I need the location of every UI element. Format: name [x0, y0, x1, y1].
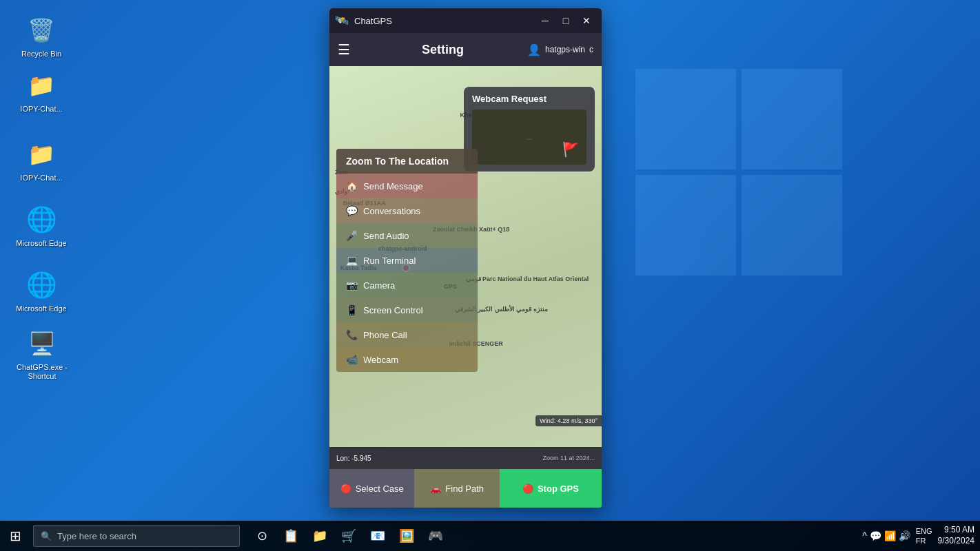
stop-gps-label: Stop GPS: [538, 484, 579, 494]
menu-item-run-terminal[interactable]: 💻 Run Terminal: [336, 248, 478, 273]
find-path-icon: 🚗: [430, 484, 441, 494]
menu-item-screen-control[interactable]: 📱 Screen Control: [336, 298, 478, 322]
desktop-icon-iopy2[interactable]: 📁 IOPY-Chat...: [14, 138, 69, 183]
search-icon: 🔍: [41, 531, 52, 541]
user-info: 👤 hatgps-win c: [527, 43, 593, 56]
webcam-popup: Webcam Request ... 🚩: [464, 87, 595, 171]
user-avatar-icon: 👤: [527, 43, 541, 56]
desktop: 🗑️ Recycle Bin 📁 IOPY-Chat... 📁 IOPY-Cha…: [0, 0, 980, 551]
zoom-label: Zoom 11 at 2024...: [542, 455, 595, 461]
taskbar-icon-store[interactable]: 🛒: [335, 521, 363, 551]
app-title: ChatGPS: [354, 16, 535, 26]
tray-chat-icon[interactable]: 💬: [870, 530, 881, 541]
edge1-label: Microsoft Edge: [14, 239, 69, 248]
taskbar: ⊞ 🔍 Type here to search ⊙ 📋 📁 🛒 📧 🖼️ 🎮 ^…: [0, 521, 980, 551]
maximize-button[interactable]: □: [556, 11, 575, 30]
menu-item-conversations[interactable]: 💬 Conversations: [336, 198, 478, 223]
chatgps-label: ChatGPS.exe - Shortcut: [11, 363, 73, 381]
desktop-icon-recycle-bin[interactable]: 🗑️ Recycle Bin: [14, 14, 69, 59]
map-area[interactable]: Khenifra X18HQo- حنيفرة Zem وادي Bejaad …: [329, 66, 602, 447]
app-icon: 🛰️: [335, 14, 349, 28]
header-title: Setting: [358, 43, 527, 57]
taskbar-icon-mail[interactable]: 📧: [364, 521, 391, 551]
run-terminal-icon: 💻: [346, 255, 358, 266]
minimize-button[interactable]: ─: [535, 11, 555, 30]
send-message-icon: 🏠: [346, 180, 358, 191]
language-indicator: ENG FR: [916, 526, 932, 546]
menu-item-camera[interactable]: 📷 Camera: [336, 273, 478, 298]
select-case-label: Select Case: [356, 484, 404, 494]
start-button[interactable]: ⊞: [0, 521, 30, 551]
windows-logo-decoration: [635, 69, 842, 276]
send-audio-label: Send Audio: [363, 231, 409, 241]
taskbar-icon-explorer[interactable]: 📁: [306, 521, 334, 551]
recycle-bin-label: Recycle Bin: [14, 50, 69, 59]
hamburger-menu-button[interactable]: ☰: [338, 41, 350, 58]
date-label: 9/30/2024: [938, 536, 974, 547]
title-bar: 🛰️ ChatGPS ─ □ ✕: [329, 8, 602, 33]
taskbar-icon-cortana[interactable]: ⊙: [248, 521, 276, 551]
map-background: Khenifra X18HQo- حنيفرة Zem وادي Bejaad …: [329, 66, 602, 447]
select-case-button[interactable]: 🔴 Select Case: [329, 469, 414, 508]
tray-chevron-icon[interactable]: ^: [862, 530, 867, 541]
window-controls: ─ □ ✕: [535, 11, 596, 30]
edge-icon-2: 🌐: [25, 269, 58, 302]
taskbar-icon-taskview[interactable]: 📋: [277, 521, 305, 551]
status-bar: Lon: -5.945 Zoom 11 at 2024...: [329, 447, 602, 469]
screen-control-label: Screen Control: [363, 305, 423, 315]
chatgps-icon: 🖥️: [25, 327, 59, 360]
camera-icon: 📷: [346, 280, 358, 291]
clock-display[interactable]: 9:50 AM 9/30/2024: [938, 525, 974, 546]
context-menu: Zoom To The Location 🏠 Send Message 💬 Co…: [336, 149, 478, 372]
tray-network-icon[interactable]: 📶: [884, 530, 896, 541]
taskbar-icon-photos[interactable]: 🖼️: [393, 521, 420, 551]
recycle-bin-icon: 🗑️: [25, 14, 58, 47]
webcam-image: ... 🚩: [472, 110, 586, 165]
taskbar-icon-game[interactable]: 🎮: [422, 521, 449, 551]
conversations-icon: 💬: [346, 205, 358, 216]
screen-control-icon: 📱: [346, 304, 358, 315]
red-flag-icon: 🚩: [562, 141, 580, 158]
search-placeholder: Type here to search: [57, 531, 136, 541]
context-menu-header: Zoom To The Location: [336, 149, 478, 174]
bottom-buttons: 🔴 Select Case 🚗 Find Path 🔴 Stop GPS: [329, 469, 602, 508]
desktop-icon-edge1[interactable]: 🌐 Microsoft Edge: [14, 203, 69, 248]
stop-gps-button[interactable]: 🔴 Stop GPS: [500, 469, 602, 508]
conversations-label: Conversations: [363, 206, 420, 216]
taskbar-right: ^ 💬 📶 🔊 ENG FR 9:50 AM 9/30/2024: [862, 525, 980, 546]
menu-item-webcam[interactable]: 📹 Webcam: [336, 347, 478, 372]
webcam-popup-title: Webcam Request: [472, 94, 586, 104]
coords-label: Lon: -5.945: [336, 455, 371, 462]
desktop-icon-chatgps[interactable]: 🖥️ ChatGPS.exe - Shortcut: [11, 327, 73, 381]
send-audio-icon: 🎤: [346, 230, 358, 241]
menu-item-send-message[interactable]: 🏠 Send Message: [336, 174, 478, 198]
webcam-icon: 📹: [346, 354, 358, 365]
language-label: ENG: [916, 526, 932, 536]
folder-icon-2: 📁: [25, 138, 58, 171]
menu-item-send-audio[interactable]: 🎤 Send Audio: [336, 223, 478, 248]
menu-item-phone-call[interactable]: 📞 Phone Call: [336, 322, 478, 347]
wind-info: Wind: 4.28 m/s, 330°: [535, 415, 602, 426]
app-header: ☰ Setting 👤 hatgps-win c: [329, 33, 602, 66]
iopy1-label: IOPY-Chat...: [14, 105, 69, 114]
time-label: 9:50 AM: [938, 525, 974, 536]
taskbar-search-box[interactable]: 🔍 Type here to search: [33, 525, 240, 547]
webcam-placeholder-text: ...: [526, 133, 532, 141]
folder-icon-1: 📁: [25, 69, 58, 102]
user-indicator: c: [589, 45, 593, 54]
send-message-label: Send Message: [363, 181, 423, 191]
phone-call-icon: 📞: [346, 329, 358, 340]
run-terminal-label: Run Terminal: [363, 256, 416, 266]
system-tray-icons: ^ 💬 📶 🔊: [862, 530, 910, 541]
app-window: 🛰️ ChatGPS ─ □ ✕ ☰ Setting 👤 hatgps-win …: [329, 8, 602, 508]
desktop-icon-edge2[interactable]: 🌐 Microsoft Edge: [14, 269, 69, 313]
close-button[interactable]: ✕: [577, 11, 596, 30]
find-path-label: Find Path: [445, 484, 484, 494]
edge-icon-1: 🌐: [25, 203, 58, 236]
tray-volume-icon[interactable]: 🔊: [899, 530, 910, 541]
desktop-icon-iopy1[interactable]: 📁 IOPY-Chat...: [14, 69, 69, 114]
iopy2-label: IOPY-Chat...: [14, 174, 69, 183]
camera-label: Camera: [363, 280, 395, 291]
find-path-button[interactable]: 🚗 Find Path: [414, 469, 499, 508]
username-label: hatgps-win: [545, 45, 585, 54]
